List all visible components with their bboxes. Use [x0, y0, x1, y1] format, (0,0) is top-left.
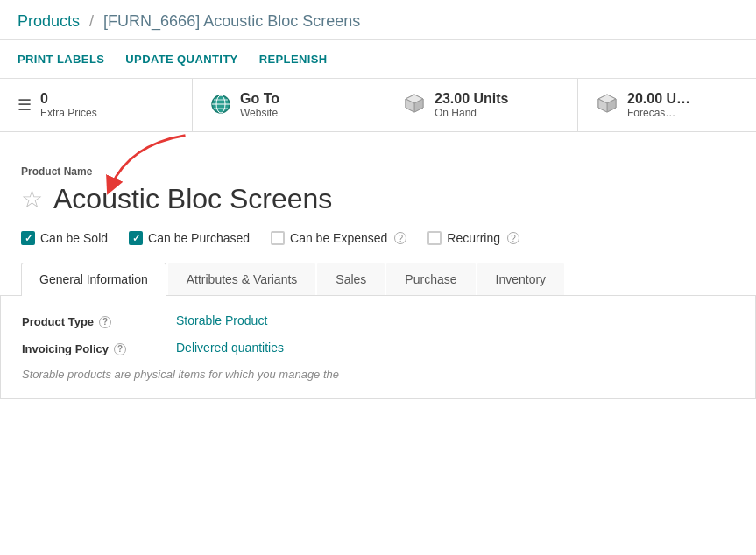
extra-prices-number: 0 — [40, 91, 97, 107]
can-be-expensed-help-icon[interactable]: ? — [394, 232, 406, 244]
recurring-checkbox[interactable] — [427, 231, 442, 245]
tab-purchase[interactable]: Purchase — [386, 263, 475, 295]
tab-general-information[interactable]: General Information — [21, 263, 166, 296]
tab-attributes-variants[interactable]: Attributes & Variants — [168, 263, 316, 295]
storable-product-note: Storable products are physical items for… — [22, 368, 734, 381]
go-to-website-stat[interactable]: Go To Website — [193, 79, 385, 131]
replenish-button[interactable]: REPLENISH — [259, 47, 342, 71]
go-to-website-number: Go To — [240, 91, 279, 107]
product-title: Acoustic Bloc Screens — [53, 183, 332, 215]
product-type-row: Product Type ? Storable Product — [22, 313, 734, 328]
go-to-website-label: Website — [240, 107, 279, 119]
units-on-hand-stat[interactable]: 23.00 Units On Hand — [385, 79, 578, 131]
invoicing-policy-help-icon[interactable]: ? — [114, 343, 126, 355]
forecast-stat[interactable]: 20.00 U… Forecas… — [578, 79, 756, 131]
can-be-expensed-checkbox[interactable] — [271, 231, 285, 245]
invoicing-policy-label: Invoicing Policy ? — [22, 341, 162, 355]
tab-inventory[interactable]: Inventory — [477, 263, 565, 295]
main-content: Product Name ☆ Acoustic Bloc Screens Can… — [0, 132, 756, 399]
can-be-purchased-checkbox[interactable] — [129, 231, 143, 245]
recurring-label: Recurring — [447, 231, 500, 245]
toolbar: PRINT LABELS UPDATE QUANTITY REPLENISH — [0, 40, 756, 79]
tab-sales[interactable]: Sales — [317, 263, 385, 295]
update-quantity-button[interactable]: UPDATE QUANTITY — [125, 47, 251, 71]
can-be-sold-checkbox[interactable] — [21, 231, 35, 245]
extra-prices-label: Extra Prices — [40, 107, 97, 119]
units-on-hand-number: 23.00 Units — [435, 91, 508, 107]
invoicing-policy-row: Invoicing Policy ? Delivered quantities — [22, 341, 734, 355]
units-on-hand-label: On Hand — [435, 107, 508, 119]
forecast-number: 20.00 U… — [627, 91, 690, 107]
can-be-expensed-checkbox-item: Can be Expensed ? — [271, 231, 406, 245]
product-name-label: Product Name — [21, 165, 735, 178]
product-title-row: ☆ Acoustic Bloc Screens — [21, 183, 735, 215]
extra-prices-stat[interactable]: ☰ 0 Extra Prices — [0, 79, 193, 131]
can-be-sold-checkbox-item: Can be Sold — [21, 231, 108, 245]
tab-content-general: Product Type ? Storable Product Invoicin… — [0, 296, 756, 399]
product-type-help-icon[interactable]: ? — [99, 316, 111, 328]
can-be-purchased-label: Can be Purchased — [148, 231, 250, 245]
globe-icon — [210, 94, 231, 117]
product-type-label: Product Type ? — [22, 313, 162, 328]
recurring-help-icon[interactable]: ? — [507, 232, 519, 244]
breadcrumb-current: [FURN_6666] Acoustic Bloc Screens — [103, 12, 360, 30]
product-type-value[interactable]: Storable Product — [176, 313, 267, 327]
favorite-star-icon[interactable]: ☆ — [21, 187, 43, 212]
cube-forecast-icon — [596, 92, 618, 119]
stats-bar: ☰ 0 Extra Prices Go To Website — [0, 79, 756, 132]
forecast-label: Forecas… — [627, 107, 690, 119]
can-be-purchased-checkbox-item: Can be Purchased — [129, 231, 250, 245]
checkboxes-row: Can be Sold Can be Purchased Can be Expe… — [21, 231, 735, 245]
tabs: General Information Attributes & Variant… — [0, 263, 756, 296]
breadcrumb: Products / [FURN_6666] Acoustic Bloc Scr… — [0, 0, 756, 40]
can-be-expensed-label: Can be Expensed — [290, 231, 387, 245]
print-labels-button[interactable]: PRINT LABELS — [18, 47, 118, 71]
invoicing-policy-value[interactable]: Delivered quantities — [176, 341, 284, 355]
breadcrumb-parent[interactable]: Products — [18, 12, 80, 30]
arrow-container: ☆ Acoustic Bloc Screens — [21, 183, 735, 215]
list-icon: ☰ — [18, 95, 32, 115]
breadcrumb-separator: / — [89, 12, 94, 30]
can-be-sold-label: Can be Sold — [40, 231, 108, 245]
cube-on-hand-icon — [403, 92, 426, 119]
recurring-checkbox-item: Recurring ? — [427, 231, 519, 245]
